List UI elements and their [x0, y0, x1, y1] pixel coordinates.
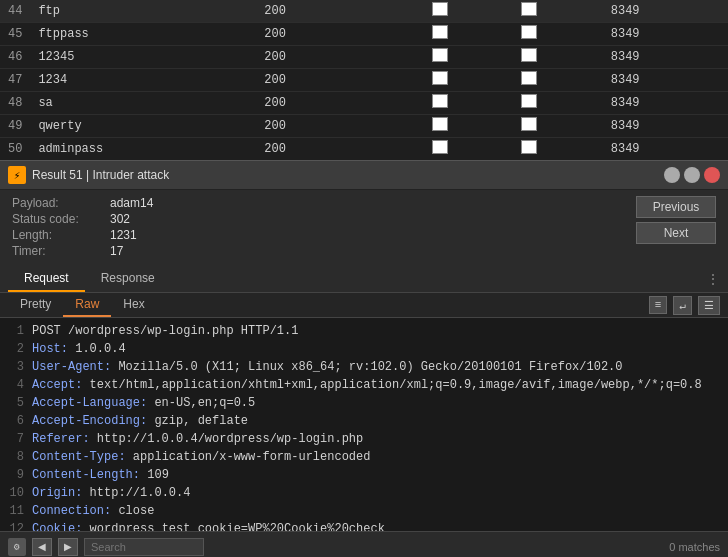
- row-length: 8349: [603, 115, 728, 138]
- line-number: 8: [8, 448, 24, 466]
- header-name: Content-Length:: [32, 468, 140, 482]
- search-input[interactable]: [84, 538, 204, 556]
- row-length: 8349: [603, 0, 728, 23]
- row-cb1[interactable]: [424, 0, 513, 23]
- header-name: Accept:: [32, 378, 82, 392]
- minimize-button[interactable]: [664, 167, 680, 183]
- status-row: Status code: 302: [12, 212, 636, 226]
- row-num: 48: [0, 92, 30, 115]
- row-length: 8349: [603, 92, 728, 115]
- code-line: 7Referer: http://1.0.0.4/wordpress/wp-lo…: [8, 430, 720, 448]
- table-row[interactable]: 49 qwerty 200 8349: [0, 115, 728, 138]
- tabs-menu-icon[interactable]: ⋮: [706, 271, 720, 288]
- matches-count: 0 matches: [669, 541, 720, 553]
- request-content: 1POST /wordpress/wp-login.php HTTP/1.12H…: [0, 318, 728, 531]
- header-name: Content-Type:: [32, 450, 126, 464]
- subtab-hex[interactable]: Hex: [111, 293, 156, 317]
- code-line: 3User-Agent: Mozilla/5.0 (X11; Linux x86…: [8, 358, 720, 376]
- back-nav-button[interactable]: ◀: [32, 538, 52, 556]
- meta-info: Payload: adam14 Status code: 302 Length:…: [12, 196, 636, 260]
- code-line: 5Accept-Language: en-US,en;q=0.5: [8, 394, 720, 412]
- main-tabs: Request Response: [8, 266, 171, 292]
- row-cb2[interactable]: [513, 46, 602, 69]
- row-length: 8349: [603, 46, 728, 69]
- row-cb2[interactable]: [513, 0, 602, 23]
- row-num: 50: [0, 138, 30, 161]
- row-cb2[interactable]: [513, 69, 602, 92]
- line-content: Referer: http://1.0.0.4/wordpress/wp-log…: [32, 430, 363, 448]
- code-line: 8Content-Type: application/x-www-form-ur…: [8, 448, 720, 466]
- line-content: POST /wordpress/wp-login.php HTTP/1.1: [32, 322, 298, 340]
- sub-tabs: Pretty Raw Hex: [8, 293, 157, 317]
- row-num: 49: [0, 115, 30, 138]
- table-row[interactable]: 50 adminpass 200 8349: [0, 138, 728, 161]
- row-cb1[interactable]: [424, 46, 513, 69]
- timer-label: Timer:: [12, 244, 102, 258]
- payload-row: Payload: adam14: [12, 196, 636, 210]
- header-name: Cookie:: [32, 522, 82, 531]
- header-name: User-Agent:: [32, 360, 111, 374]
- header-value: http://1.0.0.4: [82, 486, 190, 500]
- row-payload: adminpass: [30, 138, 256, 161]
- previous-button[interactable]: Previous: [636, 196, 716, 218]
- row-cb2[interactable]: [513, 23, 602, 46]
- line-content: Connection: close: [32, 502, 154, 520]
- line-content: Host: 1.0.0.4: [32, 340, 126, 358]
- row-cb1[interactable]: [424, 115, 513, 138]
- menu-icon[interactable]: ☰: [698, 296, 720, 315]
- row-status: 200: [256, 46, 424, 69]
- word-wrap-icon[interactable]: ≡: [649, 296, 668, 314]
- code-line: 2Host: 1.0.0.4: [8, 340, 720, 358]
- table-row[interactable]: 47 1234 200 8349: [0, 69, 728, 92]
- header-name: Host:: [32, 342, 68, 356]
- subtab-raw[interactable]: Raw: [63, 293, 111, 317]
- table-row[interactable]: 46 12345 200 8349: [0, 46, 728, 69]
- row-status: 200: [256, 115, 424, 138]
- length-value: 1231: [110, 228, 137, 242]
- forward-nav-button[interactable]: ▶: [58, 538, 78, 556]
- timer-value: 17: [110, 244, 123, 258]
- header-value: wordpress_test_cookie=WP%20Cookie%20chec…: [82, 522, 384, 531]
- line-content: Cookie: wordpress_test_cookie=WP%20Cooki…: [32, 520, 385, 531]
- row-cb2[interactable]: [513, 138, 602, 161]
- row-status: 200: [256, 23, 424, 46]
- subtab-pretty[interactable]: Pretty: [8, 293, 63, 317]
- maximize-button[interactable]: [684, 167, 700, 183]
- row-status: 200: [256, 138, 424, 161]
- header-value: application/x-www-form-urlencoded: [126, 450, 371, 464]
- line-number: 12: [8, 520, 24, 531]
- table-row[interactable]: 44 ftp 200 8349: [0, 0, 728, 23]
- sub-tabs-actions: ≡ ↵ ☰: [649, 296, 720, 315]
- row-payload: 12345: [30, 46, 256, 69]
- window-title: Result 51 | Intruder attack: [32, 168, 169, 182]
- code-line: 9Content-Length: 109: [8, 466, 720, 484]
- sub-tabs-bar: Pretty Raw Hex ≡ ↵ ☰: [0, 293, 728, 318]
- table-row[interactable]: 48 sa 200 8349: [0, 92, 728, 115]
- header-name: Connection:: [32, 504, 111, 518]
- code-line: 11Connection: close: [8, 502, 720, 520]
- length-label: Length:: [12, 228, 102, 242]
- meta-section: Payload: adam14 Status code: 302 Length:…: [0, 190, 728, 266]
- line-number: 2: [8, 340, 24, 358]
- tab-request[interactable]: Request: [8, 266, 85, 292]
- status-label: Status code:: [12, 212, 102, 226]
- settings-icon[interactable]: ⚙: [8, 538, 26, 556]
- row-cb1[interactable]: [424, 138, 513, 161]
- row-cb2[interactable]: [513, 115, 602, 138]
- close-button[interactable]: [704, 167, 720, 183]
- tab-response[interactable]: Response: [85, 266, 171, 292]
- row-cb1[interactable]: [424, 92, 513, 115]
- table-row[interactable]: 45 ftppass 200 8349: [0, 23, 728, 46]
- indent-icon[interactable]: ↵: [673, 296, 692, 315]
- results-table-section: 44 ftp 200 8349 45 ftppass 200 8349 46 1…: [0, 0, 728, 160]
- length-row: Length: 1231: [12, 228, 636, 242]
- code-line: 6Accept-Encoding: gzip, deflate: [8, 412, 720, 430]
- row-cb2[interactable]: [513, 92, 602, 115]
- row-cb1[interactable]: [424, 69, 513, 92]
- row-cb1[interactable]: [424, 23, 513, 46]
- row-length: 8349: [603, 69, 728, 92]
- row-num: 44: [0, 0, 30, 23]
- row-payload: 1234: [30, 69, 256, 92]
- next-button[interactable]: Next: [636, 222, 716, 244]
- line-content: Content-Type: application/x-www-form-url…: [32, 448, 370, 466]
